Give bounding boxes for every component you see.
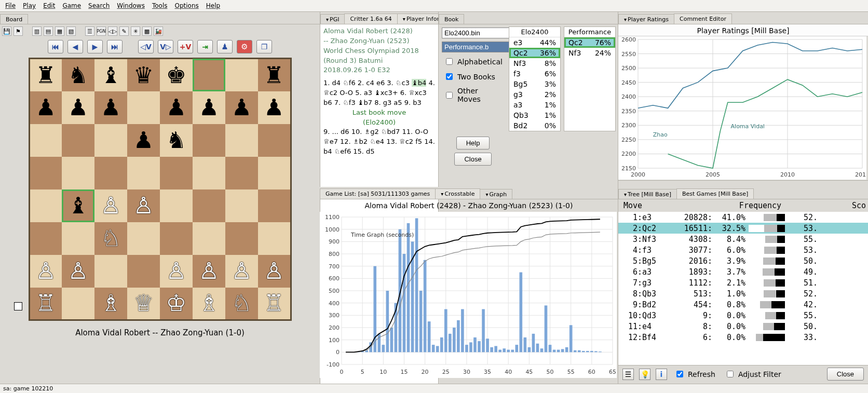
tool-1[interactable]: ▥ bbox=[32, 26, 42, 36]
square-5-3[interactable] bbox=[127, 222, 160, 255]
tree-info-icon[interactable]: i bbox=[656, 369, 667, 380]
tree-row-f3[interactable]: 4: f33077:6.0%53. bbox=[618, 245, 868, 255]
square-5-2[interactable]: ♘ bbox=[94, 222, 127, 255]
square-4-2[interactable]: ♙ bbox=[94, 189, 127, 222]
square-1-4[interactable]: ♟ bbox=[160, 91, 193, 124]
tool-2[interactable]: ▤ bbox=[44, 26, 53, 36]
square-2-6[interactable] bbox=[225, 124, 258, 157]
square-2-4[interactable]: ♞ bbox=[160, 124, 193, 157]
tab-board[interactable]: Board bbox=[0, 14, 28, 24]
nav-prev[interactable]: ◀ bbox=[67, 40, 83, 53]
save-icon[interactable]: 💾 bbox=[2, 26, 11, 36]
book-move-g3[interactable]: g32% bbox=[509, 89, 560, 100]
square-7-0[interactable]: ♖ bbox=[29, 288, 62, 320]
square-6-1[interactable]: ♙ bbox=[62, 255, 94, 288]
tree-body[interactable]: 1: e320828:41.0%52.2: Qc216511:32.5%53.3… bbox=[618, 212, 868, 365]
square-1-5[interactable]: ♟ bbox=[193, 91, 225, 124]
book-help-button[interactable]: Help bbox=[456, 137, 490, 150]
pgi-current-move[interactable]: ♝b4 bbox=[412, 79, 426, 87]
square-1-3[interactable] bbox=[127, 91, 160, 124]
tree-row-Qd3[interactable]: 10: Qd39:0.0%55. bbox=[618, 310, 868, 321]
tab-crosstable[interactable]: Crosstable bbox=[435, 188, 480, 199]
square-4-1[interactable]: ♝ bbox=[62, 189, 94, 222]
square-0-3[interactable]: ♛ bbox=[127, 59, 160, 91]
square-6-7[interactable]: ♙ bbox=[258, 255, 291, 288]
tool-tree[interactable]: ✳ bbox=[131, 26, 140, 36]
tree-close-button[interactable]: Close bbox=[827, 368, 864, 381]
menu-tools[interactable]: Tools bbox=[152, 2, 168, 9]
tab-book[interactable]: Book bbox=[439, 14, 464, 24]
tool-loco[interactable]: 🚂 bbox=[154, 26, 163, 36]
square-2-2[interactable] bbox=[94, 124, 127, 157]
menu-windows[interactable]: Windows bbox=[117, 2, 145, 9]
tool-grid[interactable]: ▩ bbox=[142, 26, 152, 36]
tree-row-a3[interactable]: 6: a31893:3.7%49. bbox=[618, 266, 868, 277]
menu-help[interactable]: Help bbox=[206, 2, 220, 9]
square-5-6[interactable] bbox=[225, 222, 258, 255]
tree-row-Nf3[interactable]: 3: Nf34308:8.4%55. bbox=[618, 234, 868, 245]
tree-row-Bf4[interactable]: 12: Bf46:0.0%33. bbox=[618, 332, 868, 343]
square-7-6[interactable]: ♘ bbox=[225, 288, 258, 320]
square-1-2[interactable]: ♟ bbox=[94, 91, 127, 124]
square-3-0[interactable] bbox=[29, 157, 62, 189]
menu-options[interactable]: Options bbox=[174, 2, 198, 9]
tab-pgi[interactable]: PGI bbox=[320, 14, 345, 24]
square-4-4[interactable] bbox=[160, 189, 193, 222]
square-3-5[interactable] bbox=[193, 157, 225, 189]
tree-row-e3[interactable]: 1: e320828:41.0%52. bbox=[618, 212, 868, 223]
tool-4[interactable]: ▧ bbox=[66, 26, 76, 36]
square-2-5[interactable] bbox=[193, 124, 225, 157]
square-0-7[interactable]: ♜ bbox=[258, 59, 291, 91]
square-6-5[interactable]: ♙ bbox=[193, 255, 225, 288]
menu-search[interactable]: Search bbox=[88, 2, 110, 9]
book1-combo[interactable]: ▾ bbox=[442, 28, 504, 38]
square-4-6[interactable] bbox=[225, 189, 258, 222]
menu-play[interactable]: Play bbox=[23, 2, 36, 9]
book-col-2[interactable]: PerformanceQc276%Nf324% bbox=[564, 26, 616, 131]
tree-bulb-icon[interactable]: 💡 bbox=[639, 369, 650, 380]
tree-row-Qc2[interactable]: 2: Qc216511:32.5%53. bbox=[618, 223, 868, 234]
square-7-4[interactable]: ♔ bbox=[160, 288, 193, 320]
square-7-1[interactable] bbox=[62, 288, 94, 320]
square-7-3[interactable]: ♕ bbox=[127, 288, 160, 320]
nav-first[interactable]: ⏮ bbox=[48, 40, 63, 53]
book-move-a3[interactable]: a31% bbox=[509, 100, 560, 110]
tab-pinfo[interactable]: Player Informa bbox=[397, 13, 438, 24]
nav-engine[interactable]: ⚙ bbox=[237, 40, 252, 53]
menu-file[interactable]: File bbox=[5, 2, 16, 9]
tab-tree[interactable]: Tree [Mill Base] bbox=[618, 189, 677, 199]
book-move-e3[interactable]: e344% bbox=[509, 37, 560, 48]
chk-alpha[interactable]: Alphabetical bbox=[442, 56, 504, 67]
tree-row-g3[interactable]: 7: g31112:2.1%51. bbox=[618, 277, 868, 288]
tool-edit[interactable]: ✎ bbox=[119, 26, 129, 36]
square-2-3[interactable]: ♟ bbox=[127, 124, 160, 157]
nav-varin[interactable]: ◁V bbox=[138, 40, 154, 53]
square-1-1[interactable]: ♟ bbox=[62, 91, 94, 124]
square-7-5[interactable]: ♗ bbox=[193, 288, 225, 320]
book2-combo[interactable]: ▾ bbox=[442, 42, 504, 52]
square-6-6[interactable]: ♙ bbox=[225, 255, 258, 288]
tree-row-e4[interactable]: 11: e48:0.0%50. bbox=[618, 321, 868, 332]
square-3-4[interactable] bbox=[160, 157, 193, 189]
square-3-7[interactable] bbox=[258, 157, 291, 189]
square-0-0[interactable]: ♜ bbox=[29, 59, 62, 91]
tab-best[interactable]: Best Games [Mill Base] bbox=[676, 188, 754, 199]
square-2-0[interactable] bbox=[29, 124, 62, 157]
book-move-Qb3[interactable]: Qb31% bbox=[509, 110, 560, 120]
nav-addvar[interactable]: +V bbox=[178, 40, 193, 53]
square-4-7[interactable] bbox=[258, 189, 291, 222]
chk-two[interactable]: Two Books bbox=[442, 71, 504, 83]
square-1-0[interactable]: ♟ bbox=[29, 91, 62, 124]
square-7-2[interactable]: ♗ bbox=[94, 288, 127, 320]
book-move-f3[interactable]: f36% bbox=[509, 69, 560, 79]
square-4-5[interactable] bbox=[193, 189, 225, 222]
tree-row-Bg5[interactable]: 5: Bg52016:3.9%50. bbox=[618, 255, 868, 266]
square-5-4[interactable] bbox=[160, 222, 193, 255]
nav-trial[interactable]: ♟ bbox=[217, 40, 233, 53]
tab-engine[interactable]: Critter 1.6a 64 bbox=[344, 13, 397, 24]
square-4-0[interactable] bbox=[29, 189, 62, 222]
square-1-6[interactable]: ♟ bbox=[225, 91, 258, 124]
square-0-5[interactable] bbox=[193, 59, 225, 91]
tool-list[interactable]: ☰ bbox=[85, 26, 94, 36]
book-move-Bg5[interactable]: Bg53% bbox=[509, 79, 560, 89]
